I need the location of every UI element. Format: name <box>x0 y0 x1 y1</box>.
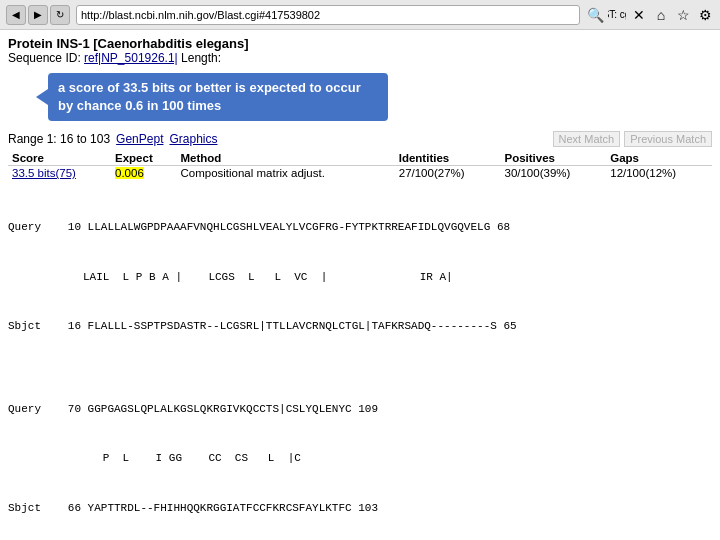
query10-label: Query <box>8 219 53 236</box>
sbjct16-end: 65 <box>504 320 517 332</box>
graphics-link-1[interactable]: Graphics <box>169 132 217 146</box>
nav-buttons: ◀ ▶ ↻ <box>6 5 70 25</box>
method-val-1: Compositional matrix adjust. <box>176 166 394 181</box>
query70-seq: GGPGAGSLQPLALKGSLQKRGIVKQCCTS|CSLYQLENYC <box>88 403 352 415</box>
tab-label: NCBI BLAST: cgi|417539... <box>608 6 626 24</box>
col-expect-1: Expect <box>111 151 176 166</box>
query70-end: 109 <box>358 403 378 415</box>
col-gaps-1: Gaps <box>606 151 712 166</box>
gaps-val-1: 12/100(12%) <box>606 166 712 181</box>
star-icon[interactable]: ☆ <box>674 6 692 24</box>
browser-icons: 🔍 NCBI BLAST: cgi|417539... ✕ ⌂ ☆ ⚙ <box>586 6 714 24</box>
sbjct66-label: Sbjct <box>8 500 53 517</box>
query10-start: 10 <box>53 219 81 236</box>
seq-id-label-1: Sequence ID: <box>8 51 81 65</box>
alignment-block-1: Query10 LLALLALWGPDPAAAFVNQHLCGSHLVEALYL… <box>8 186 712 540</box>
url-bar[interactable] <box>76 5 580 25</box>
next-match-btn-1[interactable]: Next Match <box>553 131 621 147</box>
col-identities-1: Identities <box>395 151 501 166</box>
sbjct16-seq: FLALLL-SSPTPSDASTR--LCGSRL|TTLLAVCRNQLCT… <box>88 320 497 332</box>
match-buttons-1: Next Match Previous Match <box>553 131 712 147</box>
score-link-1[interactable]: 33.5 bits(75) <box>12 167 76 179</box>
col-method-1: Method <box>176 151 394 166</box>
query10-seq: LLALLALWGPDPAAAFVNQHLCGSHLVEALYLVCGFRG-F… <box>88 221 491 233</box>
seq-id-1: Sequence ID: ref|NP_501926.1| Length: <box>8 51 712 65</box>
mid70-row: P L I GG CC CS L |C <box>8 450 712 467</box>
mid70-seq: P L I GG CC CS L |C <box>83 452 301 464</box>
score-table-1: Score Expect Method Identities Positives… <box>8 151 712 180</box>
sbjct66-row: Sbjct66 YAPTTRDL--FHIHHQQKRGGIATFCCFKRCS… <box>8 500 712 517</box>
sbjct66-seq: YAPTTRDL--FHIHHQQKRGGIATFCCFKRCSFAYLKTFC <box>88 502 352 514</box>
browser-chrome: ◀ ▶ ↻ 🔍 NCBI BLAST: cgi|417539... ✕ ⌂ ☆ … <box>0 0 720 30</box>
score-row-1: 33.5 bits(75) 0.006 Compositional matrix… <box>8 166 712 181</box>
sbjct16-row: Sbjct16 FLALLL-SSPTPSDASTR--LCGSRL|TTLLA… <box>8 318 712 335</box>
positives-val-1: 30/100(39%) <box>500 166 606 181</box>
main-content: Protein INS-1 [Caenorhabditis elegans] S… <box>0 30 720 540</box>
range-line-1: Range 1: 16 to 103 GenPept Graphics Next… <box>8 131 712 147</box>
range-label-1: Range 1: 16 to 103 <box>8 132 110 146</box>
col-score-1: Score <box>8 151 111 166</box>
tooltip1-text: a score of 33.5 bits or better is expect… <box>58 80 361 113</box>
query10-end: 68 <box>497 221 510 233</box>
score-val-1: 33.5 bits(75) <box>8 166 111 181</box>
expect-val-1: 0.006 <box>111 166 176 181</box>
refresh-button[interactable]: ↻ <box>50 5 70 25</box>
sbjct16-start: 16 <box>53 318 81 335</box>
mid10-row: LAIL L P B A | LCGS L L VC | IR A| <box>8 269 712 286</box>
prev-match-btn-1[interactable]: Previous Match <box>624 131 712 147</box>
expect-highlight-1: 0.006 <box>115 167 144 179</box>
query70-start: 70 <box>53 401 81 418</box>
mid10-seq: LAIL L P B A | LCGS L L VC | IR A| <box>83 271 453 283</box>
tooltip-1: a score of 33.5 bits or better is expect… <box>48 73 388 121</box>
seq-id-suffix-1: Length: <box>181 51 221 65</box>
query70-row: Query70 GGPGAGSLQPLALKGSLQKRGIVKQCCTS|CS… <box>8 401 712 418</box>
query10-row: Query10 LLALLALWGPDPAAAFVNQHLCGSHLVEALYL… <box>8 219 712 236</box>
search-icon[interactable]: 🔍 <box>586 6 604 24</box>
query70-label: Query <box>8 401 53 418</box>
identities-val-1: 27/100(27%) <box>395 166 501 181</box>
tooltip-arrow-1 <box>36 89 48 105</box>
settings-icon[interactable]: ⚙ <box>696 6 714 24</box>
close-icon[interactable]: ✕ <box>630 6 648 24</box>
sbjct66-end: 103 <box>358 502 378 514</box>
genpept-link-1[interactable]: GenPept <box>116 132 163 146</box>
sbjct66-start: 66 <box>53 500 81 517</box>
forward-button[interactable]: ▶ <box>28 5 48 25</box>
back-button[interactable]: ◀ <box>6 5 26 25</box>
sbjct16-label: Sbjct <box>8 318 53 335</box>
home-icon[interactable]: ⌂ <box>652 6 670 24</box>
protein1-title: Protein INS-1 [Caenorhabditis elegans] <box>8 36 249 51</box>
col-positives-1: Positives <box>500 151 606 166</box>
protein1-header: Protein INS-1 [Caenorhabditis elegans] <box>8 36 712 51</box>
seq-id-link-1[interactable]: ref|NP_501926.1| <box>84 51 178 65</box>
